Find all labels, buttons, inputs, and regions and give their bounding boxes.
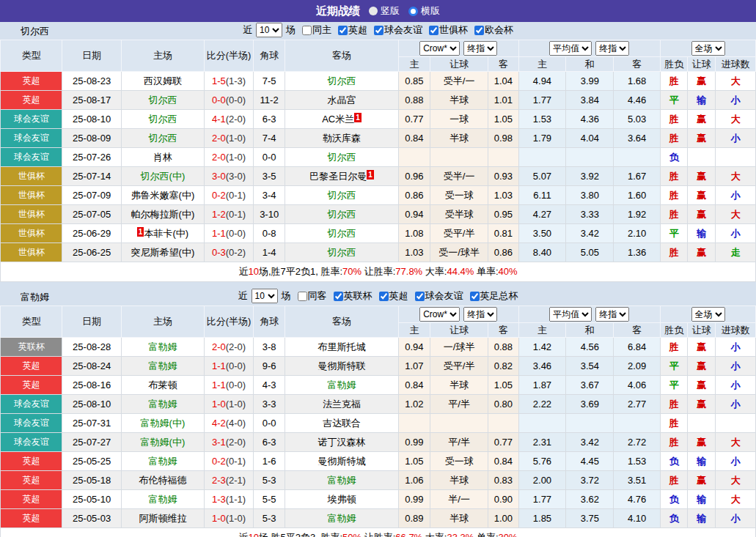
avg-time-select[interactable]: 终指 (595, 307, 629, 322)
match-date: 25-07-05 (62, 205, 121, 224)
away-team[interactable]: 富勒姆 (285, 509, 399, 528)
same-side-filter-checkbox[interactable] (298, 292, 307, 301)
corner-score: 1-6 (254, 452, 285, 471)
away-team[interactable]: 切尔西 (285, 186, 399, 205)
scope-select[interactable]: 全场 (691, 307, 725, 322)
home-team[interactable]: 富勒姆 (121, 338, 204, 357)
away-team[interactable]: 切尔西 (285, 148, 399, 167)
away-team[interactable]: 埃弗顿 (285, 490, 399, 509)
league-filter-1[interactable]: 英超 (374, 289, 408, 303)
league-filter-2[interactable]: 世俱杯 (424, 23, 468, 37)
home-team[interactable]: 布莱顿 (121, 376, 204, 395)
league-filter-2[interactable]: 球会友谊 (410, 289, 463, 303)
col-avg_draw: 和 (566, 323, 614, 338)
avg-draw: 4.56 (566, 338, 614, 357)
home-team[interactable]: 布伦特福德 (121, 471, 204, 490)
odds-time-select[interactable]: 终指 (463, 41, 497, 56)
home-team[interactable]: 富勒姆 (121, 357, 204, 376)
same-side-filter[interactable]: 同主 (297, 23, 331, 37)
league-filter-2-checkbox[interactable] (429, 26, 438, 35)
home-team[interactable]: 肖林 (121, 148, 204, 167)
result: 胜 (661, 338, 688, 357)
home-team[interactable]: 切尔西 (121, 129, 204, 148)
home-team[interactable]: 富勒姆 (121, 395, 204, 414)
away-team-name: 埃弗顿 (328, 494, 356, 505)
games-count-select[interactable]: 10 (256, 23, 282, 37)
same-side-filter[interactable]: 同客 (293, 289, 327, 303)
league-filter-0[interactable]: 英联杯 (329, 289, 373, 303)
avg-away: 1.92 (614, 205, 661, 224)
home-team[interactable]: 阿斯顿维拉 (121, 509, 204, 528)
odds-away: 1.03 (488, 186, 518, 205)
home-team[interactable]: 弗鲁米嫩塞(中) (121, 186, 204, 205)
radio-vertical[interactable]: 竖版 (369, 4, 400, 18)
home-team[interactable]: 富勒姆 (121, 490, 204, 509)
avg-time-select[interactable]: 终指 (595, 41, 629, 56)
away-team[interactable]: 切尔西 (285, 243, 399, 262)
away-team-name: 曼彻斯特城 (318, 456, 366, 467)
home-team[interactable]: 富勒姆(中) (121, 414, 204, 433)
avg-away: 3.51 (614, 471, 661, 490)
home-team[interactable]: 1本菲卡(中) (121, 224, 204, 243)
avg-draw: 3.99 (566, 72, 614, 91)
league-filter-1-checkbox[interactable] (379, 292, 389, 301)
league-filter-3[interactable]: 英足总杯 (465, 289, 518, 303)
league-badge: 英联杯 (1, 338, 62, 357)
league-filter-1[interactable]: 球会友谊 (369, 23, 422, 37)
away-team-name: 切尔西 (328, 190, 356, 201)
away-team[interactable]: 法兰克福 (285, 395, 399, 414)
avg-home: 8.40 (518, 243, 566, 262)
col-away: 客场 (285, 40, 399, 72)
away-team[interactable]: 切尔西 (285, 72, 399, 91)
league-filter-0-checkbox[interactable] (338, 26, 348, 35)
league-filter-3[interactable]: 欧会杯 (469, 23, 513, 37)
home-team[interactable]: 切尔西 (121, 110, 204, 129)
col-avg_away: 客 (614, 323, 661, 338)
home-team[interactable]: 突尼斯希望(中) (121, 243, 204, 262)
away-team[interactable]: 布里斯托城 (285, 338, 399, 357)
away-team[interactable]: 巴黎圣日尔曼1 (285, 167, 399, 186)
league-filter-2-checkbox[interactable] (415, 292, 425, 301)
same-side-filter-checkbox[interactable] (302, 26, 312, 35)
goals-result: 大 (716, 167, 756, 186)
away-team[interactable]: 曼彻斯特联 (285, 357, 399, 376)
league-filter-3-checkbox[interactable] (474, 26, 484, 35)
away-team[interactable]: 富勒姆 (285, 376, 399, 395)
odds-source-select[interactable]: Crow* (419, 307, 460, 322)
away-team[interactable]: 水晶宫 (285, 91, 399, 110)
league-filter-3-label: 英足总杯 (480, 289, 518, 303)
avg-source-select[interactable]: 平均值 (549, 307, 592, 322)
odds-time-select[interactable]: 终指 (463, 307, 497, 322)
away-team[interactable]: 切尔西 (285, 224, 399, 243)
away-team[interactable]: 曼彻斯特城 (285, 452, 399, 471)
away-team[interactable]: AC米兰1 (285, 110, 399, 129)
home-team[interactable]: 富勒姆 (121, 452, 204, 471)
result: 负 (661, 148, 688, 167)
away-team[interactable]: 勒沃库森 (285, 129, 399, 148)
avg-source-select[interactable]: 平均值 (549, 41, 592, 56)
home-team[interactable]: 富勒姆(中) (121, 433, 204, 452)
home-team[interactable]: 西汉姆联 (121, 72, 204, 91)
away-team[interactable]: 富勒姆 (285, 471, 399, 490)
col-corner: 角球 (254, 306, 285, 338)
home-team[interactable]: 切尔西 (121, 91, 204, 110)
odds-source-select[interactable]: Crow* (419, 41, 460, 56)
avg-home: 1.53 (518, 110, 566, 129)
scope-select[interactable]: 全场 (691, 41, 725, 56)
league-filter-3-checkbox[interactable] (470, 292, 480, 301)
away-team[interactable]: 切尔西 (285, 205, 399, 224)
col-date: 日期 (62, 306, 121, 338)
league-filter-0-checkbox[interactable] (334, 292, 343, 301)
result: 胜 (661, 243, 688, 262)
home-team[interactable]: 切尔西(中) (121, 167, 204, 186)
col-type: 类型 (1, 306, 62, 338)
away-team[interactable]: 吉达联合 (285, 414, 399, 433)
games-count-select[interactable]: 10 (252, 289, 278, 303)
radio-horizontal[interactable]: 横版 (408, 4, 440, 18)
league-filter-1-checkbox[interactable] (374, 26, 383, 35)
match-date: 25-08-23 (62, 72, 121, 91)
away-team[interactable]: 诺丁汉森林 (285, 433, 399, 452)
league-filter-0[interactable]: 英超 (333, 23, 367, 37)
home-team[interactable]: 帕尔梅拉斯(中) (121, 205, 204, 224)
table-row: 英超25-08-23西汉姆联1-5(1-3)7-5切尔西0.85受半/一1.04… (1, 72, 756, 91)
